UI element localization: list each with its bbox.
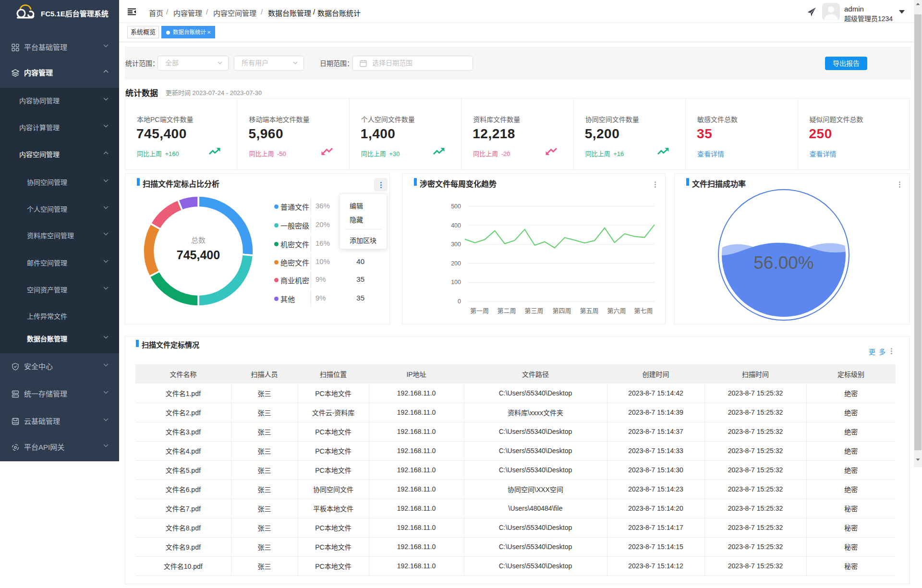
svg-text:第五周: 第五周	[580, 307, 598, 314]
svg-text:100: 100	[451, 279, 461, 286]
svg-text:第七周: 第七周	[634, 307, 653, 314]
svg-text:总数: 总数	[191, 236, 206, 244]
svg-text:第二周: 第二周	[497, 307, 516, 314]
svg-text:第一周: 第一周	[470, 307, 489, 314]
svg-text:400: 400	[451, 222, 461, 229]
svg-text:0: 0	[458, 298, 461, 305]
svg-text:745,400: 745,400	[177, 248, 220, 262]
svg-text:第三周: 第三周	[524, 307, 543, 314]
svg-text:56.00%: 56.00%	[753, 253, 814, 273]
svg-text:第六周: 第六周	[607, 307, 626, 314]
svg-text:300: 300	[451, 241, 461, 248]
svg-text:500: 500	[451, 203, 461, 210]
svg-text:200: 200	[451, 260, 461, 267]
svg-text:第四周: 第四周	[552, 307, 571, 314]
